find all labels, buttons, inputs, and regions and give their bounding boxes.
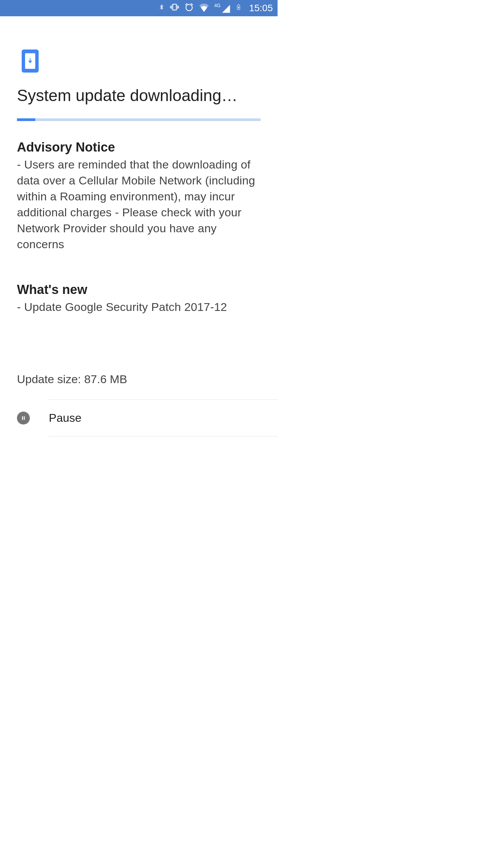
vibrate-icon	[169, 3, 180, 14]
advisory-body: - Users are reminded that the downloadin…	[17, 157, 261, 252]
update-size: Update size: 87.6 MB	[17, 373, 261, 386]
download-device-icon	[22, 50, 39, 73]
pause-label: Pause	[49, 411, 81, 425]
page-title: System update downloading…	[17, 86, 261, 105]
main-content: System update downloading… Advisory Noti…	[0, 16, 278, 436]
whats-new-body: - Update Google Security Patch 2017-12	[17, 299, 261, 315]
download-progress-bar	[17, 118, 261, 121]
status-bar[interactable]: 4G 15:05	[0, 0, 278, 16]
pause-icon	[17, 412, 30, 425]
advisory-heading: Advisory Notice	[17, 140, 261, 155]
alarm-icon	[184, 2, 194, 14]
wifi-icon	[199, 2, 209, 14]
download-progress-fill	[17, 118, 35, 121]
whats-new-heading: What's new	[17, 282, 261, 297]
status-time: 15:05	[249, 3, 273, 14]
cellular-signal-icon: 4G	[214, 3, 231, 14]
pause-button[interactable]: Pause	[49, 399, 278, 436]
cellular-label: 4G	[214, 3, 221, 8]
battery-charging-icon	[236, 2, 242, 15]
bluetooth-icon	[159, 2, 165, 15]
